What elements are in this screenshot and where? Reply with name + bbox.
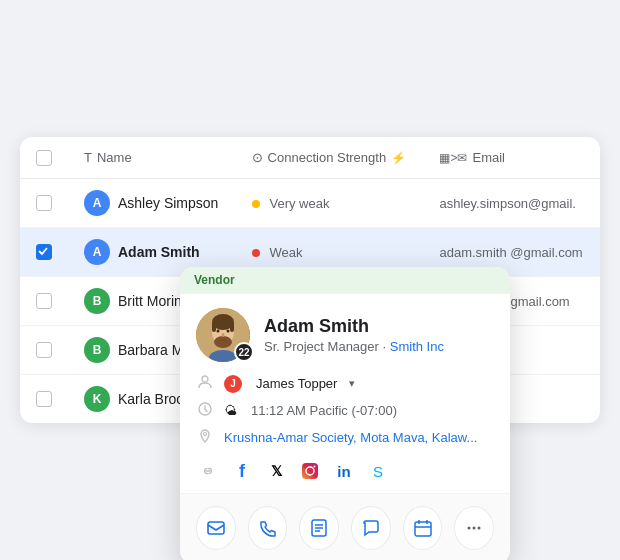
linkedin-icon[interactable]: in [332,459,356,483]
checkbox-cell[interactable] [20,227,68,276]
email-action-button[interactable] [196,506,236,550]
svg-point-21 [478,527,481,530]
popup-contact-name: Adam Smith [264,316,444,337]
svg-point-7 [227,330,230,333]
action-buttons-row [180,493,510,560]
calendar-action-button[interactable] [403,506,443,550]
svg-point-15 [314,466,316,468]
popup-badge: 22 [234,342,254,362]
row-checkbox[interactable] [36,195,52,211]
svg-point-5 [214,336,232,348]
svg-point-19 [468,527,471,530]
check-circle-icon: ⊙ [252,150,263,165]
vendor-tag: Vendor [180,267,510,294]
popup-title-text: Sr. Project Manager [264,339,379,354]
message-action-button[interactable] [351,506,391,550]
avatar: A [84,239,110,265]
contact-name: Ashley Simpson [118,195,218,211]
svg-point-10 [202,376,208,382]
name-cell[interactable]: A Ashley Simpson [68,178,236,227]
email-col-icon: ▦>✉ [439,151,467,165]
main-container: T Name ⊙ Connection Strength ⚡ ▦>✉ Email [20,137,600,423]
contact-name: Adam Smith [118,244,200,260]
contact-popup: Vendor [180,267,510,560]
link-icon[interactable] [196,459,220,483]
name-header[interactable]: T Name [68,137,236,178]
more-action-button[interactable] [454,506,494,550]
strength-dot [252,200,260,208]
time-weather-icon: 🌤 [224,403,237,418]
location-icon [196,428,214,447]
svg-point-20 [473,527,476,530]
svg-point-12 [204,433,207,436]
note-action-button[interactable] [299,506,339,550]
location-row[interactable]: Krushna-Amar Society, Mota Mava, Kalaw..… [196,428,494,447]
table-header-row: T Name ⊙ Connection Strength ⚡ ▦>✉ Email [20,137,600,178]
social-icons-row: f 𝕏 in S [180,455,510,493]
checkbox-cell[interactable] [20,374,68,423]
svg-rect-3 [212,322,216,332]
email-value: adam.smith @gmail.com [439,245,582,260]
svg-rect-18 [415,522,431,536]
owner-avatar: J [224,375,242,393]
row-checkbox[interactable] [36,342,52,358]
strength-value: Very weak [269,196,329,211]
popup-info: Adam Smith Sr. Project Manager · Smith I… [264,316,444,354]
popup-header: 22 Adam Smith Sr. Project Manager · Smit… [180,294,510,370]
facebook-icon[interactable]: f [230,459,254,483]
row-checkbox[interactable] [36,391,52,407]
svg-point-6 [217,330,220,333]
person-icon [196,374,214,393]
row-checkbox[interactable] [36,293,52,309]
name-column-label: Name [97,150,132,165]
svg-rect-4 [230,322,234,332]
instagram-icon[interactable] [298,459,322,483]
svg-rect-16 [208,522,224,534]
avatar: B [84,337,110,363]
time-row: 🌤 11:12 AM Pacific (-07:00) [196,401,494,420]
checkbox-cell[interactable] [20,178,68,227]
avatar: B [84,288,110,314]
popup-avatar-wrap: 22 [196,308,250,362]
owner-name: James Topper [256,376,337,391]
strength-value: Weak [269,245,302,260]
email-header[interactable]: ▦>✉ Email [423,137,600,178]
strength-cell: Very weak [236,178,424,227]
skype-icon[interactable]: S [366,459,390,483]
checkbox-header [20,137,68,178]
svg-rect-13 [302,463,318,479]
email-cell: ashley.simpson@gmail. [423,178,600,227]
select-all-checkbox[interactable] [36,150,52,166]
email-value: ashley.simpson@gmail. [439,196,576,211]
clock-icon [196,401,214,420]
popup-details: J James Topper ▾ 🌤 11:12 AM Pacific (-07… [180,370,510,455]
row-checkbox[interactable] [36,244,52,260]
popup-contact-title: Sr. Project Manager · Smith Inc [264,339,444,354]
sort-icon: ⚡ [391,151,406,165]
avatar: K [84,386,110,412]
x-twitter-icon[interactable]: 𝕏 [264,459,288,483]
time-value: 11:12 AM Pacific (-07:00) [251,403,397,418]
strength-dot [252,249,260,257]
text-icon: T [84,150,92,165]
location-value[interactable]: Krushna-Amar Society, Mota Mava, Kalaw..… [224,430,477,445]
checkbox-cell[interactable] [20,276,68,325]
contact-name: Britt Morin [118,293,182,309]
call-action-button[interactable] [248,506,288,550]
avatar: A [84,190,110,216]
chevron-down-icon: ▾ [349,377,355,390]
checkbox-cell[interactable] [20,325,68,374]
svg-point-8 [222,333,225,337]
email-column-label: Email [472,150,505,165]
strength-column-label: Connection Strength [268,150,387,165]
popup-company[interactable]: Smith Inc [390,339,444,354]
owner-row[interactable]: J James Topper ▾ [196,374,494,393]
table-row[interactable]: A Ashley Simpson Very weak ashley.simpso… [20,178,600,227]
strength-header[interactable]: ⊙ Connection Strength ⚡ [236,137,424,178]
